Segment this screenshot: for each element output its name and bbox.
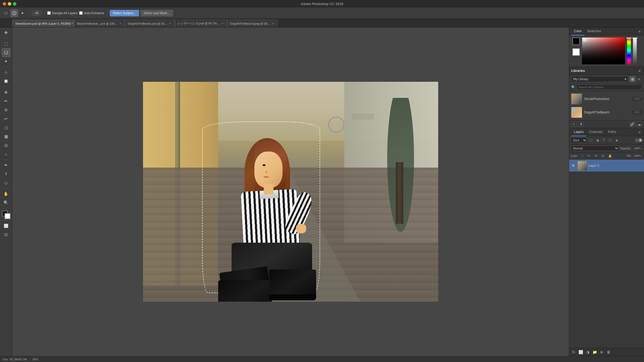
- add-library-item-btn[interactable]: +: [571, 121, 577, 127]
- background-color[interactable]: [5, 213, 10, 219]
- tab-close-beachvolleyball[interactable]: ×: [119, 22, 122, 25]
- gradient-tool[interactable]: ▦: [2, 132, 10, 141]
- hue-slider[interactable]: [627, 38, 631, 64]
- tab-swatches[interactable]: Swatches: [584, 27, 604, 35]
- tool-select-group: ⬡ ✦: [2, 9, 26, 17]
- tab-beachvolleyball[interactable]: BeachVolleyball_.psd @ 100... ×: [74, 20, 125, 27]
- pixel-filter-btn[interactable]: ⬛: [588, 137, 594, 143]
- new-group-btn[interactable]: 📁: [592, 349, 598, 355]
- smart-obj-filter-btn[interactable]: ◈: [614, 137, 620, 143]
- shape-filter-btn[interactable]: ⬡: [607, 137, 613, 143]
- tab-raccoon[interactable]: レッサーパンダ.psd @ 66.7%... ×: [175, 20, 227, 27]
- screen-mode-btn[interactable]: ⊡: [2, 230, 10, 239]
- upload-library-btn[interactable]: ⬆: [578, 121, 584, 127]
- close-button[interactable]: [3, 2, 6, 6]
- tab-close-raccoon[interactable]: ×: [221, 22, 224, 25]
- fill-value[interactable]: 100%: [632, 153, 642, 158]
- type-tool[interactable]: T: [2, 170, 10, 178]
- filter-toggle[interactable]: [635, 138, 642, 142]
- select-tool-btn[interactable]: ⬡: [2, 9, 10, 17]
- type-filter-btn[interactable]: T: [601, 137, 607, 143]
- tab-dogsbeachjpeg[interactable]: DogsAtTheBeach.jpeg @ 50... ×: [227, 20, 278, 27]
- cloud-btn[interactable]: ☁: [636, 121, 642, 127]
- sample-all-layers-label[interactable]: Sample All Layers: [47, 11, 78, 15]
- hand-tool[interactable]: ✋: [2, 190, 10, 198]
- alpha-slider[interactable]: [633, 38, 637, 64]
- quick-mask-btn[interactable]: ⬜: [2, 221, 10, 230]
- lasso-tool[interactable]: [2, 48, 10, 57]
- magic-wand-btn[interactable]: ✦: [19, 9, 26, 17]
- tab-streetscene[interactable]: StreetScene.psd @ 90% (Layer 0, RGB/8) *…: [12, 20, 74, 27]
- color-swatches[interactable]: [2, 210, 10, 219]
- status-doc-info: Doc: 65.2M/65.2M: [3, 358, 27, 361]
- lock-position-btn[interactable]: ✛: [593, 153, 599, 158]
- pen-tool[interactable]: ✒: [2, 161, 10, 169]
- zoom-tool[interactable]: 🔍: [2, 198, 10, 207]
- minimize-button[interactable]: [8, 2, 11, 6]
- clone-tool[interactable]: ⊘: [2, 106, 10, 114]
- magic-wand-tool[interactable]: ✦: [2, 57, 10, 66]
- opacity-value[interactable]: 100%: [632, 146, 642, 151]
- history-brush-tool[interactable]: ↩: [2, 114, 10, 123]
- lock-transparent-btn[interactable]: ⬚: [579, 153, 585, 158]
- layer-visibility-toggle-0[interactable]: 👁: [571, 163, 576, 168]
- layers-menu-icon[interactable]: ≡: [637, 130, 642, 135]
- window-controls[interactable]: [3, 2, 16, 6]
- color-gradient-picker[interactable]: [582, 38, 625, 64]
- lib-list-view-btn[interactable]: ≡: [636, 76, 642, 82]
- new-layer-btn[interactable]: ⊕: [599, 349, 605, 355]
- blur-tool[interactable]: ◎: [2, 141, 10, 150]
- heal-tool[interactable]: ⊕: [2, 88, 10, 97]
- delete-layer-btn[interactable]: 🗑: [606, 349, 612, 355]
- auto-enhance-label[interactable]: Auto-Enhance: [79, 11, 104, 15]
- select-subject-button[interactable]: Select Subject...: [110, 10, 139, 16]
- rectangular-marquee-tool[interactable]: ⬚: [2, 39, 10, 48]
- layer-kind-select[interactable]: Kind: [571, 138, 587, 143]
- add-adjustment-btn[interactable]: ◑: [585, 349, 591, 355]
- search-libraries-input[interactable]: [576, 84, 642, 90]
- adjustment-filter-btn[interactable]: ◑: [594, 137, 600, 143]
- layer-item-0[interactable]: 👁 Layer 0: [569, 160, 644, 172]
- tab-dogsatbeach[interactable]: DogsAtTheBeach.psd @ 50... ×: [125, 20, 175, 27]
- add-mask-btn[interactable]: ⬜: [578, 349, 584, 355]
- fg-bg-swatches: [572, 38, 580, 64]
- status-zoom: 90%: [32, 358, 38, 361]
- library-selector[interactable]: My Library ▾: [571, 76, 628, 82]
- tab-paths[interactable]: Paths: [605, 128, 619, 136]
- dodge-tool[interactable]: ○: [2, 150, 10, 158]
- auto-enhance-checkbox[interactable]: [79, 11, 83, 15]
- link-cloud-btn[interactable]: 🔗: [630, 121, 635, 127]
- crop-tool[interactable]: ⊹: [2, 68, 10, 77]
- tab-color[interactable]: Color: [571, 27, 584, 35]
- background-swatch[interactable]: [572, 48, 580, 56]
- sample-all-layers-checkbox[interactable]: [47, 11, 51, 15]
- brush-size-display[interactable]: 45: [32, 10, 42, 16]
- libraries-menu-icon[interactable]: ≡: [637, 68, 642, 73]
- move-tool[interactable]: ✥: [2, 28, 10, 37]
- blend-mode-select[interactable]: Normal: [571, 146, 619, 151]
- lock-all-btn[interactable]: 🔒: [607, 153, 613, 158]
- library-item-shrub[interactable]: ShrubPhotoshoot JPEG: [570, 92, 643, 106]
- select-mask-button[interactable]: Select and Mask...: [141, 10, 173, 16]
- brush-tool[interactable]: ✏: [2, 97, 10, 105]
- foreground-swatch[interactable]: [572, 38, 580, 45]
- toolbar: ⬡ ✦ 45 Sample All Layers Auto-Enhance Se…: [0, 8, 644, 19]
- tab-close-dogsatbeach[interactable]: ×: [169, 22, 172, 25]
- library-item-dogs[interactable]: DogsAtTheBeach JPEG: [570, 106, 643, 119]
- eyedropper-tool[interactable]: 🔲: [2, 77, 10, 86]
- lib-grid-view-btn[interactable]: ⊞: [630, 76, 635, 82]
- shape-tool[interactable]: ◇: [2, 179, 10, 187]
- tab-layers[interactable]: Layers: [571, 128, 586, 136]
- alpha-handle: [632, 38, 637, 39]
- quick-select-btn[interactable]: [10, 9, 18, 17]
- add-fx-btn[interactable]: fx: [571, 349, 577, 355]
- lock-pixel-btn[interactable]: ✏: [586, 153, 592, 158]
- maximize-button[interactable]: [13, 2, 16, 6]
- lock-artboard-btn[interactable]: ⊡: [600, 153, 606, 158]
- tab-close-dogsbeachjpeg[interactable]: ×: [272, 22, 275, 25]
- layer-name-0: Layer 0: [588, 164, 642, 168]
- panel-menu-icon[interactable]: ≡: [637, 29, 642, 34]
- tab-channels[interactable]: Channels: [586, 128, 605, 136]
- canvas-area[interactable]: [12, 27, 569, 356]
- eraser-tool[interactable]: ◻: [2, 123, 10, 132]
